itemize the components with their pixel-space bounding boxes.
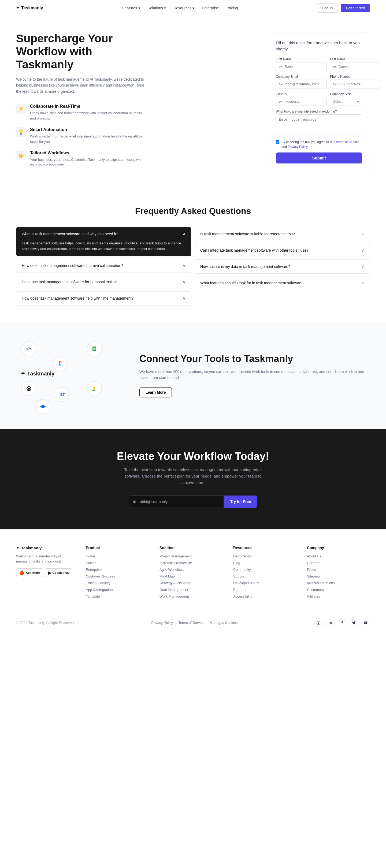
logo-star: ✦ [16,5,20,10]
form-checkbox-group: By checking the box you agree to our Ter… [276,140,362,149]
faq-question[interactable]: Can I use task management software for p… [17,275,191,289]
footer-link[interactable]: Project Management [159,554,222,558]
footer-link[interactable]: Customers [307,588,370,592]
faq-item: Is task management software suitable for… [195,227,370,241]
google-play-label: Google Play [53,571,70,574]
play-icon: ▶ [48,570,51,576]
logo[interactable]: ✦ Taskmanly [16,5,43,10]
faq-question[interactable]: How does task management software improv… [17,259,191,273]
slack-icon [22,341,36,356]
form-group-firstname: First Name [276,57,327,71]
nav-features[interactable]: Features ▾ [122,6,140,10]
feature-item-workflows: 🖐 Tailored Workflows Your business, your… [16,151,145,167]
faq-question-text: How does task management software help w… [22,296,133,301]
last-name-input[interactable] [330,62,381,71]
nav-pricing[interactable]: Pricing [227,6,238,10]
footer-link[interactable]: Template [86,594,149,598]
feature-content: Smart Automation Work smarter, not harde… [30,127,145,144]
learn-more-button[interactable]: Learn More [139,387,172,397]
nav-solutions[interactable]: Solutions ▾ [148,6,166,10]
terms-checkbox[interactable] [276,140,279,144]
terms-of-service-link[interactable]: Terms of Service [178,621,204,625]
form-row-contact: Company Email Phone Number [276,75,362,88]
faq-question[interactable]: Is task management software suitable for… [195,227,369,241]
footer-link[interactable]: Agile Workflows [159,567,222,571]
chevron-up-icon: ∧ [182,231,186,236]
google-play-badge[interactable]: ▶ Google Play [45,568,72,577]
footer-col-product: Product Home Pricing Enterprise Customer… [86,546,149,601]
nav-enterprise[interactable]: Enterprise [202,6,219,10]
terms-link[interactable]: Terms of Service [335,140,359,144]
submit-button[interactable]: Submit [276,153,362,163]
footer-link[interactable]: Mind Map [159,574,222,578]
store-badges: 🍎 App Store ▶ Google Play [16,568,75,577]
svg-point-13 [60,364,61,366]
footer-link[interactable]: Home [86,554,149,558]
footer-link[interactable]: Goal Management [159,588,222,592]
svg-rect-11 [60,361,61,362]
apple-icon: 🍎 [19,570,24,576]
manages-cookies-link[interactable]: Manages Cookies [210,621,237,625]
footer-link[interactable]: Partners [233,588,296,592]
faq-question[interactable]: How secure is my data in task management… [195,260,369,273]
message-label: What topic are you interested in explori… [276,110,362,113]
feature-item-collaborate: ⚡ Collaborate in Real-Time Break down si… [16,104,145,121]
linkedin-icon[interactable] [326,619,334,627]
cta-description: Take the next step towards seamless task… [123,467,263,486]
svg-rect-34 [317,621,320,624]
footer-link[interactable]: Strategy & Planning [159,581,222,585]
footer-link[interactable]: Increase Productivity [159,561,222,565]
privacy-link[interactable]: Privacy Policy [288,145,308,149]
svg-rect-7 [27,350,28,351]
facebook-icon[interactable] [338,619,346,627]
instagram-icon[interactable] [314,619,323,627]
cta-email-input[interactable] [139,499,219,504]
footer-logo-star: ✦ [16,546,20,551]
country-input[interactable] [276,97,327,106]
phone-label: Phone Number [330,75,381,79]
footer-link[interactable]: Community [233,567,296,571]
collaborate-icon: ⚡ [16,104,26,114]
faq-question[interactable]: What features should I look for in task … [195,276,369,290]
footer-link[interactable]: Support [233,574,296,578]
footer-link[interactable]: Press [307,567,370,571]
faq-question[interactable]: How does task management software help w… [17,291,191,305]
form-group-email: Company Email [276,75,327,88]
privacy-policy-link[interactable]: Privacy Policy [151,621,173,625]
footer-link[interactable]: Trust & Security [86,581,149,585]
app-store-badge[interactable]: 🍎 App Store [16,568,43,577]
login-button[interactable]: Log In [317,3,338,12]
footer-col-resources: Resources Help Center Blog Community Sup… [233,546,296,601]
message-textarea[interactable] [276,115,362,136]
footer-link[interactable]: Developer & API [233,581,296,585]
svg-point-37 [329,621,329,622]
bt-icon: BT [55,387,70,402]
footer-link[interactable]: Help Center [233,554,296,558]
footer-link[interactable]: Work Management [159,594,222,598]
email-input[interactable] [276,80,327,88]
try-free-button[interactable]: Try for Free [224,496,257,508]
youtube-icon[interactable] [361,619,370,627]
footer-link[interactable]: Accessibility [233,594,296,598]
footer-link[interactable]: Enterprise [86,567,149,571]
footer-link[interactable]: Sitemap [307,574,370,578]
footer-link[interactable]: Affiliates [307,594,370,598]
faq-question-text: How does task management software improv… [22,264,123,268]
faq-question[interactable]: What is task management software, and wh… [17,227,191,241]
footer-link[interactable]: App & Integration [86,588,149,592]
get-started-button[interactable]: Get Started [341,4,370,12]
footer-link[interactable]: Investor Relations [307,581,370,585]
footer-link[interactable]: Customer Success [86,574,149,578]
app-store-label: App Store [26,571,40,574]
company-size-select[interactable]: Select 1-10 11-50 51-200 200+ [330,97,362,106]
footer-link[interactable]: Blog [233,561,296,565]
twitter-icon[interactable] [350,619,358,627]
faq-question[interactable]: Can I integrate task management software… [195,243,369,257]
footer-link[interactable]: Pricing [86,561,149,565]
phone-input[interactable] [330,80,381,88]
footer-link[interactable]: Careers [307,561,370,565]
first-name-input[interactable] [276,62,327,71]
footer-link[interactable]: About Us [307,554,370,558]
cta-section: Elevate Your Workflow Today! Take the ne… [0,429,386,529]
nav-resources[interactable]: Resources ▾ [173,6,194,10]
